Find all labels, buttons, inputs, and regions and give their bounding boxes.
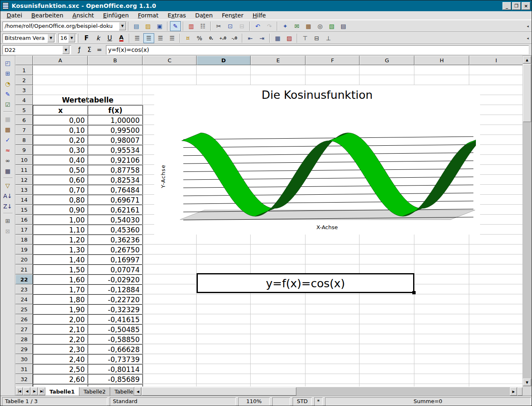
row-header-2[interactable]: 2 — [15, 75, 33, 85]
cell-A19[interactable]: 1,30 — [33, 245, 88, 255]
cell-A7[interactable]: 0,10 — [33, 125, 88, 135]
cell-A15[interactable]: 0,90 — [33, 205, 88, 215]
row-header-21[interactable]: 21 — [15, 264, 33, 274]
choose-themes-icon[interactable]: ▩ — [2, 124, 13, 135]
column-header-B[interactable]: B — [88, 56, 143, 65]
cell-B6[interactable]: 1,00000 — [88, 115, 143, 125]
cell-B18[interactable]: 0,36236 — [88, 235, 143, 245]
autofilter-icon[interactable]: ▽ — [2, 180, 13, 191]
cell-A25[interactable]: 1,90 — [33, 305, 88, 315]
draw-functions-icon[interactable]: ✎ — [2, 89, 13, 99]
url-dropdown-icon[interactable]: ▼ — [119, 22, 126, 30]
sheet-tab-tabelle2[interactable]: Tabelle2 — [79, 387, 111, 396]
row-header-3[interactable]: 3 — [15, 85, 33, 95]
menu-ansicht[interactable]: Ansicht — [68, 12, 99, 19]
font-name-input[interactable] — [4, 34, 47, 42]
selection-handle[interactable] — [412, 291, 416, 294]
insert-icon[interactable]: ◰ — [2, 58, 13, 68]
menu-format[interactable]: Format — [133, 12, 163, 19]
cell-reference-input[interactable] — [4, 46, 62, 54]
cell-A26[interactable]: 2,00 — [33, 315, 88, 325]
cell-A9[interactable]: 0,30 — [33, 145, 88, 155]
undo-icon[interactable]: ↶ — [252, 21, 263, 31]
cell-A27[interactable]: 2,10 — [33, 325, 88, 335]
sort-descending-icon[interactable]: Z↓ — [2, 201, 13, 211]
sheet-tab-tabelle1[interactable]: Tabelle1 — [45, 387, 79, 396]
align-justify-icon[interactable]: ☰ — [167, 33, 177, 43]
number-format-standard-icon[interactable]: 0, — [206, 33, 217, 43]
formula-textbox[interactable]: y=f(x)=cos(x) — [197, 273, 414, 293]
decrease-indent-icon[interactable]: ⇤ — [245, 33, 256, 43]
row-header-13[interactable]: 13 — [15, 185, 33, 195]
cell-A17[interactable]: 1,10 — [33, 225, 88, 235]
column-header-A[interactable]: A — [33, 56, 88, 65]
cell-A16[interactable]: 1,00 — [33, 215, 88, 225]
cell-B14[interactable]: 0,69671 — [88, 195, 143, 205]
row-header-15[interactable]: 15 — [15, 205, 33, 215]
row-header-11[interactable]: 11 — [15, 165, 33, 175]
sheet-tab-tabelle3[interactable]: Tabelle3 — [110, 387, 134, 396]
group-icon[interactable]: ⊞ — [2, 215, 13, 226]
row-header-1[interactable]: 1 — [15, 65, 33, 75]
cell-B15[interactable]: 0,62161 — [88, 205, 143, 215]
row-header-28[interactable]: 28 — [15, 334, 33, 344]
tab-nav-prev-icon[interactable]: ◀ — [23, 387, 30, 395]
status-zoom-level[interactable]: 110% — [238, 397, 269, 406]
equals-icon[interactable]: = — [94, 45, 104, 54]
sort-ascending-icon[interactable]: A↓ — [2, 191, 13, 201]
cell-table-title[interactable]: Wertetabelle — [33, 95, 143, 105]
cell-A31[interactable]: 2,50 — [33, 364, 88, 374]
borders-icon[interactable]: ▦ — [272, 33, 283, 43]
toolbar-collapse-icon[interactable]: ◂ — [527, 36, 530, 40]
cell-A20[interactable]: 1,40 — [33, 255, 88, 265]
edit-mode-icon[interactable]: ✎ — [170, 21, 181, 31]
menu-fenster[interactable]: Fenster — [217, 12, 248, 19]
data-sources-icon[interactable]: ▤ — [338, 21, 349, 31]
spreadsheet-grid[interactable]: Wertetabelle xf(x)0,001,000000,100,99500… — [15, 56, 522, 386]
chart-object[interactable]: Die Kosinusfunktion Y-Achse X-Achse — [154, 85, 480, 235]
row-header-26[interactable]: 26 — [15, 314, 33, 324]
cell-B10[interactable]: 0,92106 — [88, 155, 143, 165]
menu-daten[interactable]: Daten — [190, 12, 217, 19]
row-header-14[interactable]: 14 — [15, 195, 33, 205]
row-header-17[interactable]: 17 — [15, 225, 33, 235]
row-header-16[interactable]: 16 — [15, 215, 33, 225]
row-header-20[interactable]: 20 — [15, 254, 33, 264]
cell-A13[interactable]: 0,70 — [33, 185, 88, 195]
add-decimal-icon[interactable]: +,0 — [217, 33, 228, 43]
row-header-31[interactable]: 31 — [15, 364, 33, 374]
cell-B20[interactable]: 0,16997 — [88, 255, 143, 265]
cell-B31[interactable]: -0,80114 — [88, 364, 143, 374]
print-icon[interactable]: ☷ — [197, 21, 208, 31]
horizontal-scrollbar[interactable]: ◀ ▶ — [134, 387, 522, 395]
italic-icon[interactable]: k — [93, 33, 103, 43]
toolbar-collapse-icon[interactable]: ◂ — [527, 24, 530, 28]
cell-B27[interactable]: -0,50485 — [88, 325, 143, 335]
cell-A21[interactable]: 1,50 — [33, 265, 88, 275]
cell-B12[interactable]: 0,82534 — [88, 175, 143, 185]
gallery-icon[interactable]: ▩ — [303, 21, 314, 31]
spellcheck-icon[interactable]: ✓ — [2, 135, 13, 145]
cell-B28[interactable]: -0,58850 — [88, 335, 143, 345]
export-pdf-icon[interactable]: ▥ — [186, 21, 197, 31]
delete-decimal-icon[interactable]: -,0 — [229, 33, 240, 43]
scroll-right-icon[interactable]: ▶ — [510, 387, 517, 396]
row-header-29[interactable]: 29 — [15, 344, 33, 354]
cell-B26[interactable]: -0,41615 — [88, 315, 143, 325]
number-format-currency-icon[interactable]: ¤ — [182, 33, 193, 43]
cell-A30[interactable]: 2,40 — [33, 355, 88, 364]
zoom-icon[interactable]: ◎ — [315, 21, 325, 31]
new-document-icon[interactable]: ▤ — [131, 21, 142, 31]
font-size-combo[interactable]: ▼ — [58, 34, 76, 43]
copy-icon[interactable]: ⊡ — [225, 21, 236, 31]
row-header-25[interactable]: 25 — [15, 304, 33, 314]
sum-icon[interactable]: Σ — [84, 45, 94, 54]
cell-A5[interactable]: x — [33, 105, 88, 115]
row-header-8[interactable]: 8 — [15, 135, 33, 145]
column-header-G[interactable]: G — [360, 56, 414, 65]
cell-B19[interactable]: 0,26750 — [88, 245, 143, 255]
row-header-12[interactable]: 12 — [15, 175, 33, 185]
cell-A11[interactable]: 0,50 — [33, 165, 88, 175]
underline-icon[interactable]: U — [104, 33, 115, 43]
row-header-24[interactable]: 24 — [15, 294, 33, 304]
